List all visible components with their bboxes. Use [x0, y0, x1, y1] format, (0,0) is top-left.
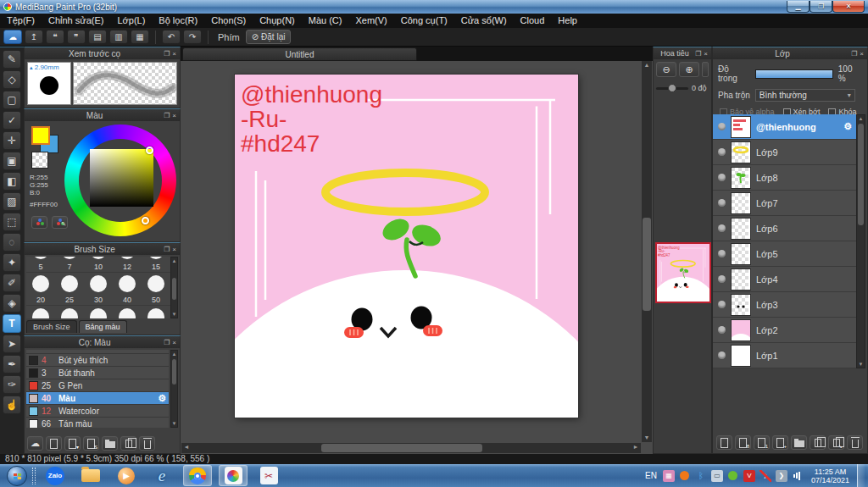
tray-office-icon[interactable]: ▦ [663, 470, 675, 482]
scroll-thumb[interactable] [858, 124, 864, 225]
document-icon[interactable]: ▤ [88, 30, 107, 44]
select-eraser-tool[interactable]: ◈ [3, 294, 21, 313]
brush-tool[interactable]: ✎ [3, 50, 21, 69]
layer-visibility-icon[interactable] [718, 174, 726, 181]
menu-item-4[interactable]: Chọn(S) [204, 14, 253, 28]
tray-network-icon[interactable] [792, 470, 804, 482]
brush-size-preset[interactable] [55, 306, 84, 318]
redo-icon[interactable]: ↷ [183, 30, 202, 44]
sv-marker[interactable] [146, 147, 153, 154]
detach-icon[interactable]: ❐ [695, 50, 701, 58]
brush-item[interactable]: 66Tán màu [26, 418, 169, 428]
tray-volume-muted-icon[interactable]: ♪ [760, 470, 771, 482]
layer-visibility-icon[interactable] [718, 275, 726, 283]
transparent-color-swatch[interactable] [31, 152, 48, 169]
share-icon[interactable]: ↥ [25, 30, 43, 44]
transform-tool[interactable]: ▣ [3, 152, 21, 170]
brush-item[interactable]: 12Watercolor [26, 405, 169, 418]
size-value-3[interactable]: 12 [113, 262, 142, 273]
text-tool[interactable]: T [3, 314, 21, 333]
ie-app[interactable]: e [147, 465, 176, 486]
gradient-tool[interactable]: ▨ [3, 192, 21, 211]
scroll-up-icon[interactable]: ▲ [171, 351, 177, 357]
scroll-up-icon[interactable]: ▲ [857, 115, 865, 122]
select-tool[interactable]: ⬚ [3, 213, 21, 231]
snipping-app[interactable]: ✂ [254, 465, 283, 486]
brush-folder-button[interactable] [102, 436, 118, 451]
layer-row[interactable]: Lớp2 [713, 318, 857, 343]
delete-layer-button[interactable] [847, 435, 863, 450]
magic-wand-tool[interactable]: ✦ [3, 253, 21, 272]
canvas-hscrollbar[interactable]: ◄ ► [181, 443, 641, 453]
opacity-slider[interactable] [755, 69, 833, 79]
navigator-extra-button[interactable] [702, 62, 709, 77]
brush-size-value-box[interactable]: ▴ 2.90mm [27, 62, 71, 105]
tray-display-icon[interactable]: ▭ [711, 470, 723, 482]
chat-icon[interactable]: ❞ [67, 30, 86, 44]
canvas-vscrollbar[interactable]: ▲ ▼ [642, 61, 652, 442]
bucket-tool[interactable]: ◧ [3, 172, 21, 191]
size-value-2[interactable]: 10 [84, 262, 113, 273]
medibang-app[interactable] [219, 465, 248, 486]
layer-row[interactable]: Lớp5 [713, 241, 857, 267]
layer-visibility-icon[interactable] [718, 148, 726, 156]
clock[interactable]: 11:25 AM 07/14/2021 [811, 468, 849, 484]
hue-marker[interactable] [142, 217, 149, 224]
brush-item[interactable]: 25G Pen [26, 379, 169, 392]
saturation-value-square[interactable] [90, 149, 153, 207]
brush-item[interactable]: 4Bút yêu thích [26, 354, 169, 367]
blend-dropdown[interactable]: Bình thường ▾ [755, 89, 855, 102]
control-point-tool[interactable]: ✓ [3, 111, 21, 130]
layer-scrollbar[interactable]: ▲ ▼ [856, 114, 865, 368]
menu-item-6[interactable]: Màu (C) [302, 14, 349, 28]
size-value-3[interactable]: 40 [113, 295, 142, 306]
menu-item-7[interactable]: Xem(V) [348, 14, 393, 28]
cloud-brush-button[interactable]: ☁ [27, 436, 43, 451]
size-value-0[interactable]: 20 [26, 295, 55, 306]
close-icon[interactable]: × [172, 50, 176, 58]
layer-row[interactable]: Lớp8 [713, 165, 857, 191]
zoom-out-button[interactable]: ⊖ [656, 62, 676, 77]
zalo-app[interactable]: Zalo [41, 465, 70, 486]
canvas[interactable]: @thienhuong-Ru-#hd247 [235, 75, 578, 418]
add-layer-menu-button[interactable]: + [772, 435, 788, 450]
media-player-app[interactable]: ▶ [112, 465, 141, 486]
new-layer-button[interactable] [716, 435, 732, 450]
brush-size-preset[interactable] [142, 306, 170, 318]
layer-row[interactable]: Lớp4 [713, 267, 857, 292]
brush-size-preset[interactable] [26, 306, 55, 318]
menu-item-10[interactable]: Cloud [514, 14, 552, 28]
script-brush-button[interactable]: S [83, 436, 99, 451]
menu-item-3[interactable]: Bộ lọc(R) [152, 14, 204, 28]
layer-row[interactable]: Lớp6 [713, 216, 857, 241]
measure-tool[interactable]: ✑ [3, 375, 21, 394]
layer-visibility-icon[interactable] [718, 326, 726, 334]
gear-icon[interactable]: ⚙ [843, 121, 852, 132]
tab-bảng-màu[interactable]: Bảng màu [79, 320, 127, 333]
layer-row[interactable]: Lớp1 [713, 343, 857, 368]
close-icon[interactable]: × [172, 339, 176, 346]
scroll-down-icon[interactable]: ▼ [171, 311, 177, 318]
brush-item[interactable]: 40Màu⚙ [26, 392, 169, 405]
palette-edit-button[interactable]: ✎ [52, 216, 68, 229]
new-brush-button[interactable] [46, 436, 62, 451]
brush-size-preset[interactable] [142, 273, 170, 295]
brush-size-preset[interactable] [26, 273, 55, 295]
tray-bluetooth-icon[interactable]: ᛒ [695, 470, 707, 482]
new-8bit-layer-button[interactable]: 8 [735, 435, 751, 450]
detach-icon[interactable]: ❐ [164, 339, 170, 346]
lasso-tool[interactable]: ◌ [3, 233, 21, 252]
layer-visibility-icon[interactable] [718, 123, 726, 130]
eyedropper-tool[interactable]: ✒ [3, 355, 21, 374]
menu-item-5[interactable]: Chụp(N) [253, 14, 302, 28]
close-icon[interactable]: × [860, 50, 864, 58]
scroll-thumb[interactable] [172, 278, 176, 300]
scroll-down-icon[interactable]: ▼ [642, 434, 652, 442]
maximize-button[interactable]: ❐ [810, 1, 832, 13]
detach-icon[interactable]: ❐ [164, 246, 170, 253]
size-value-1[interactable]: 25 [55, 295, 84, 306]
scroll-thumb[interactable] [172, 359, 176, 385]
brush-size-scrollbar[interactable]: ▲ ▼ [170, 257, 178, 318]
layer-row[interactable]: Lớp9 [713, 140, 857, 165]
tray-nvidia-icon[interactable] [727, 470, 739, 482]
